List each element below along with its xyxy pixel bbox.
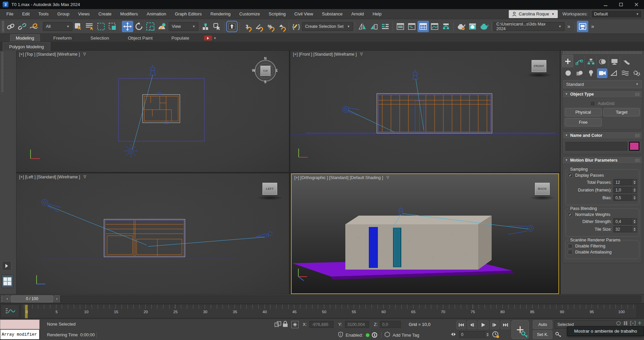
menu-help[interactable]: Help bbox=[368, 11, 386, 16]
add-time-tag-label[interactable]: Add Time Tag bbox=[393, 333, 419, 338]
material-editor-icon[interactable] bbox=[455, 21, 467, 32]
up-arrow-icon[interactable] bbox=[638, 321, 642, 325]
object-name-input[interactable] bbox=[565, 142, 627, 151]
viewport-left[interactable]: [+] [Left ] [Standard] [Wireframe ]∇ LEF… bbox=[16, 173, 289, 294]
category-systems-icon[interactable] bbox=[631, 68, 642, 78]
free-camera-button[interactable]: Free bbox=[565, 118, 602, 126]
window-crossing-toggle-icon[interactable] bbox=[107, 21, 118, 32]
dock-grip[interactable] bbox=[1, 52, 3, 92]
toggle-ribbon-icon[interactable] bbox=[417, 21, 429, 32]
select-and-link-icon[interactable] bbox=[5, 21, 16, 32]
maxscript-listener-line[interactable]: Array modifier bbox=[0, 329, 40, 340]
duration-field[interactable]: 1,0 bbox=[613, 187, 632, 193]
category-space-warps-icon[interactable] bbox=[620, 68, 630, 78]
select-and-place-icon[interactable] bbox=[156, 21, 167, 32]
autogrid-checkbox[interactable] bbox=[590, 101, 595, 106]
use-pivot-point-center-icon[interactable] bbox=[200, 21, 211, 32]
total-passes-field[interactable]: 12 bbox=[613, 179, 632, 185]
category-geometry-icon[interactable] bbox=[563, 68, 573, 78]
dither-strength-field[interactable]: 0,4 bbox=[613, 218, 632, 225]
render-setup-icon[interactable] bbox=[467, 21, 478, 32]
keyboard-shortcut-override-icon[interactable] bbox=[226, 21, 238, 32]
rollout-object-type-header[interactable]: ▼Object Type bbox=[563, 91, 642, 98]
disable-antialiasing-checkbox[interactable] bbox=[568, 250, 573, 254]
menu-arnold[interactable]: Arnold bbox=[347, 11, 368, 16]
viewcube[interactable]: TOP bbox=[260, 66, 270, 76]
play-animation-button[interactable] bbox=[478, 321, 489, 329]
selection-lock-icon[interactable] bbox=[283, 321, 288, 327]
curve-editor-icon[interactable] bbox=[429, 21, 440, 32]
dither-strength-spinner[interactable] bbox=[632, 218, 637, 225]
tab-create[interactable] bbox=[562, 55, 573, 67]
next-frame-button[interactable]: › bbox=[54, 295, 60, 302]
set-keys-button[interactable]: + bbox=[511, 320, 529, 339]
key-mode-toggle-icon[interactable] bbox=[450, 332, 456, 336]
viewport-top[interactable]: [+] [Top ] [Standard] [Wireframe ]∇ TOP … bbox=[16, 51, 289, 172]
layer-manager-icon[interactable] bbox=[380, 21, 391, 32]
snaps-toggle-3d-icon[interactable]: 3 bbox=[241, 21, 253, 32]
tab-hierarchy[interactable] bbox=[586, 56, 597, 67]
viewport-orthographic[interactable]: [+] [Orthographic ] [Standard] [Default … bbox=[291, 173, 559, 294]
select-by-name-icon[interactable] bbox=[84, 21, 95, 32]
menu-rendering[interactable]: Rendering bbox=[206, 11, 235, 16]
populate-media-icon[interactable] bbox=[204, 36, 212, 41]
percent-snap-toggle-icon[interactable]: % bbox=[264, 21, 276, 32]
viewport-front[interactable]: [+] [Front ] [Standard] [Wireframe ]∇ FR… bbox=[290, 51, 560, 172]
mute-icon[interactable] bbox=[616, 321, 621, 326]
per-view-filter-icon[interactable]: ∇ bbox=[360, 52, 363, 57]
previous-frame-button[interactable] bbox=[467, 321, 477, 329]
polygon-modeling-panel-icon[interactable] bbox=[1, 275, 13, 288]
menu-tools[interactable]: Tools bbox=[34, 11, 53, 16]
bias-field[interactable]: 0,5 bbox=[613, 194, 632, 201]
shield-icon[interactable] bbox=[338, 332, 343, 337]
menu-create[interactable]: Create bbox=[94, 11, 116, 16]
select-and-scale-icon[interactable] bbox=[145, 21, 156, 32]
open-mini-curve-editor-button[interactable] bbox=[1, 304, 19, 318]
menu-group[interactable]: Group bbox=[53, 11, 74, 16]
time-configuration-icon[interactable] bbox=[492, 331, 499, 338]
display-passes-checkbox[interactable]: ✓ bbox=[568, 173, 573, 178]
select-and-manipulate-icon[interactable] bbox=[211, 21, 222, 32]
per-view-filter-icon[interactable]: ∇ bbox=[84, 175, 86, 179]
menu-animation[interactable]: Animation bbox=[142, 11, 170, 16]
rectangular-selection-region-icon[interactable] bbox=[95, 21, 107, 32]
physical-camera-button[interactable]: Physical bbox=[565, 108, 602, 116]
tab-motion[interactable] bbox=[597, 56, 608, 67]
object-category-dropdown[interactable]: Standard▼ bbox=[563, 80, 642, 88]
set-key-button[interactable]: Set K. bbox=[533, 330, 552, 339]
viewport-left-label[interactable]: [+] [Left ] [Standard] [Wireframe ]∇ bbox=[19, 175, 86, 179]
select-object-icon[interactable] bbox=[72, 21, 84, 32]
rollout-name-color-header[interactable]: ▼Name and Color bbox=[563, 132, 642, 139]
select-and-move-icon[interactable] bbox=[122, 21, 133, 32]
current-frame-spinner[interactable] bbox=[485, 331, 490, 338]
category-helpers-icon[interactable] bbox=[608, 68, 619, 78]
toolbar-grip[interactable] bbox=[2, 21, 4, 32]
menu-modifiers[interactable]: Modifiers bbox=[116, 11, 142, 16]
enabled-count-badge[interactable]: 1 bbox=[372, 332, 377, 338]
brackets-plus-icon[interactable] bbox=[630, 321, 636, 326]
tile-size-spinner[interactable] bbox=[632, 226, 637, 232]
menu-scripting[interactable]: Scripting bbox=[264, 11, 290, 16]
minimize-button[interactable] bbox=[598, 0, 613, 9]
viewport-ortho-label[interactable]: [+] [Orthographic ] [Standard] [Default … bbox=[294, 175, 389, 180]
panel-grip[interactable] bbox=[563, 51, 642, 54]
select-and-rotate-icon[interactable] bbox=[133, 21, 145, 32]
x-coordinate-field[interactable]: -976,885 bbox=[309, 321, 334, 328]
key-filters-icon[interactable] bbox=[555, 332, 562, 338]
close-button[interactable] bbox=[629, 0, 644, 9]
angle-snap-toggle-icon[interactable] bbox=[253, 21, 264, 32]
layer-explorer-icon[interactable] bbox=[406, 21, 417, 32]
app-icon[interactable]: 3 bbox=[3, 2, 8, 7]
menu-substance[interactable]: Substance bbox=[317, 11, 347, 16]
ribbon-tab-modeling[interactable]: Modeling bbox=[10, 34, 40, 42]
edit-named-selection-sets-icon[interactable]: {} bbox=[291, 21, 302, 32]
z-coordinate-field[interactable]: 0,0 bbox=[380, 321, 401, 328]
tab-polygon-modeling[interactable]: Polygon Modeling bbox=[3, 42, 50, 51]
time-slider-track[interactable] bbox=[60, 295, 641, 302]
category-shapes-icon[interactable] bbox=[574, 68, 585, 78]
menu-graph-editors[interactable]: Graph Editors bbox=[170, 11, 206, 16]
timeslider-grip[interactable] bbox=[1, 295, 3, 302]
go-to-start-button[interactable] bbox=[456, 321, 466, 329]
unlink-selection-icon[interactable] bbox=[16, 21, 28, 32]
align-icon[interactable] bbox=[368, 21, 380, 32]
